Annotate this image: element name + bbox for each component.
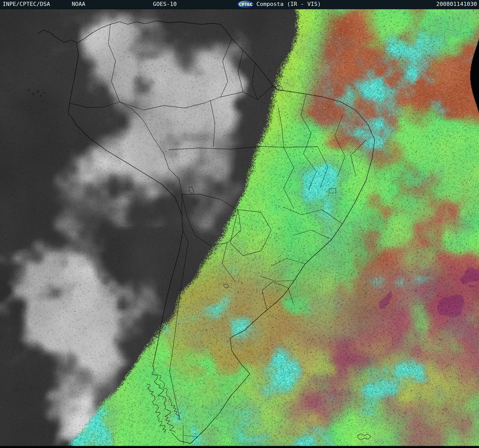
cptec-logo: CPTEC [237,0,254,8]
logo-text: CPTEC [239,2,253,7]
satellite-image [0,0,479,448]
product-label: Composta (IR - VIS) [256,1,321,7]
satellite-label: GOES-10 [153,1,177,7]
header-bar: INPE/CPTEC/DSA NOAA GOES-10 Composta (IR… [0,0,479,9]
satellite-viewer: INPE/CPTEC/DSA NOAA GOES-10 Composta (IR… [0,0,479,448]
organization-label: NOAA [72,1,85,7]
timestamp-label: 200801141030 [436,1,477,7]
agency-label: INPE/CPTEC/DSA [3,1,50,7]
